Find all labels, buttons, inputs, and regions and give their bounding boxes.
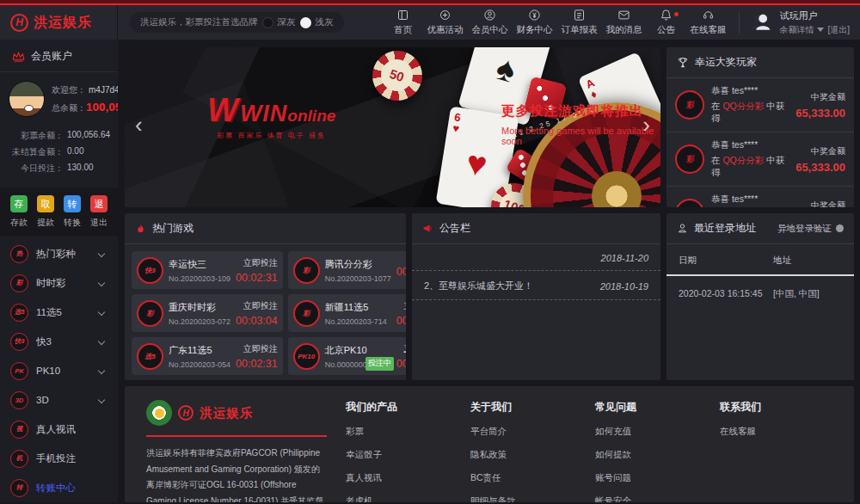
nav-announcements[interactable]: 公告 [646,9,685,36]
brand-logo-icon: H [178,405,194,421]
footer-col-products: 我们的产品 彩票 幸运骰子 真人视讯 老虎机 [346,400,436,494]
hot-games-grid: 快3 幸运快三 No.20200203-109 立即投注 00:02:31 [125,244,406,380]
trophy-icon [677,57,689,69]
countdown-timer: 00:02:31 [236,358,278,370]
announcement-item[interactable]: 2、至尊娱乐城盛大开业！ 2018-10-19 [412,271,660,300]
sidebar-item-shishicai[interactable]: 彩 时时彩 [0,268,118,298]
toggle-dot-icon [836,224,844,232]
footer-link[interactable]: 帐号安全 [595,495,685,502]
transfer-center-icon: 转 [10,479,28,497]
bet-now-link[interactable]: 立即投注 [236,343,278,355]
login-address: [中国, 中国] [773,288,820,300]
banner-title-cn: 更多投注游戏即将推出 [501,102,660,120]
chevron-down-icon [98,280,105,286]
exit-button[interactable]: 退 退出 [90,195,108,229]
nav-finance-center[interactable]: 财务中心 [512,9,556,36]
carousel-prev-arrow[interactable]: ‹ [135,114,143,136]
nav-online-service[interactable]: 在线客服 [685,9,730,36]
bet-now-link[interactable]: 立即投注 [396,300,406,312]
logout-link[interactable]: [退出] [827,24,850,36]
footer-link[interactable]: 平台简介 [470,426,561,438]
sidebar-item-pk10[interactable]: PK PK10 [0,356,118,385]
flame-icon [135,223,146,235]
win-online-logo: W WIN online 彩票 百家乐 体育 电子 捕鱼 [207,97,335,140]
user-avatar [9,81,45,117]
sidebar-item-kuai3[interactable]: 快3 快3 [0,327,118,356]
transfer-icon: 转 [64,195,81,212]
bell-icon [660,9,673,22]
announcement-item[interactable]: 2018-11-20 [412,244,660,271]
sidebar-item-3d[interactable]: 3D 3D [0,385,118,415]
header: H 洪运娱乐 洪运娱乐，彩票投注首选品牌 深灰 浅灰 首页 优惠活动 会员中心 … [0,5,860,40]
total-balance: 100,056.64 [86,101,118,114]
bet-now-link[interactable]: 立即投注 [236,300,278,312]
theme-light-toggle[interactable] [300,17,311,28]
footer-link[interactable]: 隐私政策 [470,449,561,461]
member-account-title: 会员账户 [0,40,118,72]
home-icon [396,9,409,22]
sidebar-item-live-casino[interactable]: 视 真人视讯 [0,415,118,444]
footer-link[interactable]: 明细与条款 [470,495,561,502]
game-card-tencent-ffc[interactable]: 彩 腾讯分分彩 No.20200203-1077 00:00:21 [288,251,406,289]
nav-promotions[interactable]: 优惠活动 [422,9,467,36]
sidebar-item-hot-lottery[interactable]: 热 热门彩种 [0,239,118,268]
login-table-row: 2020-02-03 16:15:45 [中国, 中国] [666,276,854,312]
person-icon [677,223,688,234]
winner-item: 彩 恭喜 tes**** 在 QQ分分彩 中获得 中奖金额 65,333.00 [666,78,854,132]
sidebar-item-mobile-betting[interactable]: 机 手机投注 [0,444,118,473]
footer-link[interactable]: 彩票 [346,426,436,438]
countdown-timer: 00:00:21 [396,266,406,278]
balance-stats: 彩票余额：100,056.64 未结算金额：0.00 今日投注：130.00 [0,119,118,187]
footer-col-contact: 联系我们 在线客服 [720,400,810,494]
countdown-timer: 00:02:31 [236,272,278,284]
withdraw-button[interactable]: 取 提款 [37,195,54,229]
promo-carousel: W WIN online 彩票 百家乐 体育 电子 捕鱼 A♠ ♠ 6♥ ♥ A… [125,47,660,207]
footer-link[interactable]: 真人视讯 [346,472,436,484]
license-text: 洪运娱乐持有菲律宾政府PAGCOR (Philippine Amusement … [146,446,327,502]
user-name: 试玩用户 [779,9,850,22]
brand-logo[interactable]: H 洪运娱乐 [0,5,118,40]
footer-link[interactable]: BC责任 [470,472,561,484]
footer-link[interactable]: 如何充值 [595,426,685,438]
nav-home[interactable]: 首页 [383,9,422,36]
lottery-brand-icon: 彩 [673,197,706,207]
game-card-xingyun-kuai3[interactable]: 快3 幸运快三 No.20200203-109 立即投注 00:02:31 [132,251,283,289]
sidebar-item-transfer-center[interactable]: 转 转账中心 [0,473,118,502]
bet-now-link[interactable]: 立即投注 [236,257,278,269]
chevron-down-icon[interactable] [817,28,824,32]
shishicai-icon: 彩 [10,274,28,292]
remote-login-verify-toggle[interactable]: 异地登录验证 [777,223,844,235]
footer-link[interactable]: 账号问题 [595,472,685,484]
exit-icon: 退 [90,195,108,212]
game-card-xinjiang-11x5[interactable]: 彩 新疆11选5 No.20200203-714 立即投注 00:00:31 [288,294,406,332]
balance-detail-link[interactable]: 余额详情 [779,24,814,36]
avatar-icon [750,11,772,34]
footer-brand-name: 洪运娱乐 [200,405,253,421]
casino-chip-50: 50 [372,51,422,101]
game-card-beijing-pk10[interactable]: PK10 北京PK10 No.0000000 立即投注 投注中 00:00:00 [288,337,406,375]
bet-now-link[interactable]: 立即投注 [366,342,406,354]
game-card-guangdong-11x5[interactable]: 选5 广东11选5 No.20200203-054 立即投注 00:02:31 [132,337,283,375]
sidebar-item-11x5[interactable]: 选5 11选5 [0,298,118,327]
lottery-balance: 100,056.64 [67,130,110,142]
mobile-betting-icon: 机 [10,450,28,468]
notification-dot [674,12,679,16]
game-card-chongqing-ssc[interactable]: 彩 重庆时时彩 No.20200203-072 立即投注 00:03:04 [132,294,283,332]
carousel-next-arrow[interactable]: › [642,114,650,136]
nav-member-center[interactable]: 会员中心 [467,9,512,36]
chevron-down-icon [98,250,105,257]
nav-messages[interactable]: 我的消息 [601,9,646,36]
win-logo-mark: W [207,97,238,123]
countdown-timer: 00:03:04 [236,315,278,327]
theme-dark-toggle[interactable] [262,17,273,28]
chevron-down-icon [98,309,105,316]
deposit-button[interactable]: 存 存款 [10,195,28,229]
nav-order-reports[interactable]: 订单报表 [556,9,601,36]
footer-link[interactable]: 如何提款 [595,449,685,461]
3d-icon: 3D [10,391,28,409]
footer-link[interactable]: 老虎机 [346,495,436,502]
footer-link[interactable]: 在线客服 [720,426,810,438]
chevron-down-icon [98,338,105,345]
transfer-button[interactable]: 转 转换 [64,195,81,229]
footer-link[interactable]: 幸运骰子 [346,449,436,461]
